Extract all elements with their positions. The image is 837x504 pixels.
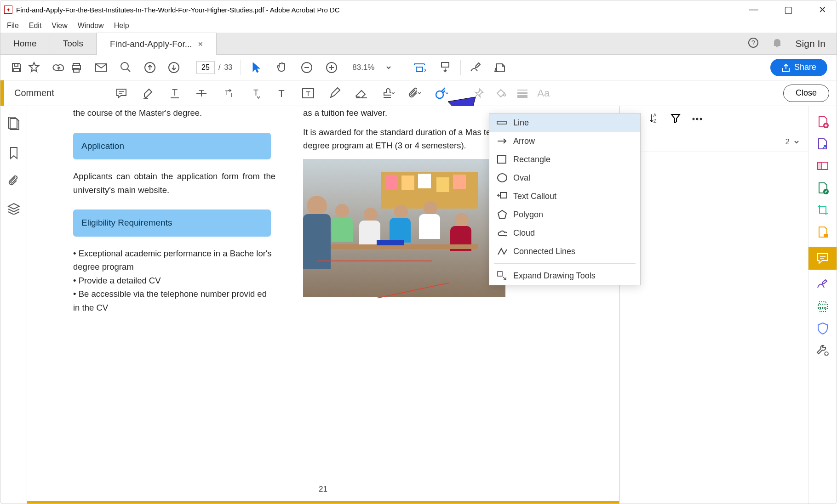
comment-label: Comment <box>0 80 64 106</box>
menu-file[interactable]: File <box>7 22 19 30</box>
underline-icon[interactable]: T <box>168 87 181 100</box>
filter-icon[interactable] <box>671 113 681 125</box>
page-input[interactable] <box>196 61 215 74</box>
svg-rect-22 <box>498 272 502 276</box>
sort-icon[interactable]: AZ <box>650 113 659 125</box>
print-icon[interactable] <box>69 61 83 74</box>
strikeout-icon[interactable]: T <box>195 87 208 100</box>
export-pdf-icon[interactable] <box>815 136 830 151</box>
page-up-icon[interactable] <box>143 61 157 74</box>
add-text-icon[interactable]: T <box>275 87 288 100</box>
dd-rectangle[interactable]: Rectangle <box>489 150 640 169</box>
svg-rect-8 <box>441 62 449 67</box>
close-window-button[interactable]: ✕ <box>812 1 833 18</box>
text-style-icon[interactable]: Aa <box>537 87 550 100</box>
tab-document[interactable]: Find-and-Apply-For... ✕ <box>97 33 216 55</box>
mail-icon[interactable] <box>94 61 108 74</box>
tab-close-icon[interactable]: ✕ <box>198 40 203 48</box>
layers-icon[interactable] <box>7 203 20 216</box>
svg-rect-18 <box>497 121 506 124</box>
more-icon[interactable] <box>692 115 703 123</box>
svg-text:Z: Z <box>654 118 657 124</box>
dd-cloud[interactable]: Cloud <box>489 224 640 242</box>
bookmark-icon[interactable] <box>9 147 19 161</box>
fit-width-icon[interactable] <box>413 61 426 74</box>
zoom-dropdown-icon[interactable] <box>382 61 396 74</box>
svg-point-27 <box>696 118 698 120</box>
crop-icon[interactable] <box>815 203 830 217</box>
attach-icon[interactable] <box>408 87 421 100</box>
edit-icon[interactable] <box>815 181 830 195</box>
menu-view[interactable]: View <box>52 22 67 30</box>
window-title: Find-and-Apply-For-the-Best-Institutes-I… <box>16 6 340 14</box>
tab-doc-label: Find-and-Apply-For... <box>110 39 192 49</box>
dd-callout[interactable]: Text Callout <box>489 187 640 205</box>
shapes-dropdown-icon[interactable] <box>435 87 448 100</box>
svg-text:T: T <box>306 90 310 97</box>
minimize-button[interactable]: — <box>743 1 765 18</box>
print-tool-icon[interactable] <box>815 299 830 314</box>
textbox-icon[interactable]: T <box>302 87 315 100</box>
dd-arrow[interactable]: Arrow <box>489 132 640 150</box>
pencil-icon[interactable] <box>328 87 341 100</box>
share-button[interactable]: Share <box>770 59 827 76</box>
insert-text-icon[interactable]: T <box>248 87 261 100</box>
attachment-icon[interactable] <box>8 175 19 189</box>
page-separator: / <box>218 63 220 72</box>
red-line-annotation[interactable] <box>317 260 432 261</box>
save-icon[interactable] <box>10 61 23 74</box>
line-weight-icon[interactable] <box>516 87 529 100</box>
dd-polygon[interactable]: Polygon <box>489 205 640 224</box>
thumbnails-icon[interactable] <box>8 117 20 133</box>
page-down-icon[interactable] <box>167 61 181 74</box>
menu-help[interactable]: Help <box>114 22 129 30</box>
highlight-icon[interactable] <box>142 87 155 100</box>
bell-icon[interactable] <box>772 37 783 50</box>
svg-rect-19 <box>498 156 506 163</box>
cursor-icon[interactable] <box>249 61 263 74</box>
fill-icon[interactable] <box>495 87 508 100</box>
replace-text-icon[interactable]: TT <box>222 87 235 100</box>
scroll-mode-icon[interactable] <box>438 61 452 74</box>
dd-oval[interactable]: Oval <box>489 169 640 187</box>
create-pdf-icon[interactable] <box>815 114 830 129</box>
hand-icon[interactable] <box>275 61 289 74</box>
dd-expand[interactable]: Expand Drawing Tools <box>489 266 640 285</box>
line-icon <box>497 118 507 128</box>
magnify-icon[interactable] <box>119 61 133 74</box>
dd-line[interactable]: Line <box>489 113 640 132</box>
doc-text: the course of the Master's degree. <box>73 106 275 120</box>
organize-icon[interactable] <box>815 159 830 173</box>
maximize-button[interactable]: ▢ <box>778 1 799 18</box>
doc-bullet: • Be accessible via the telephone number… <box>73 287 275 314</box>
sign-icon[interactable] <box>494 61 508 74</box>
page-footer-bar <box>27 501 619 504</box>
stamp-icon[interactable] <box>382 87 395 100</box>
sign-in-button[interactable]: Sign In <box>796 38 826 49</box>
cloud-upload-icon[interactable] <box>52 61 66 74</box>
more-tools-icon[interactable] <box>815 343 830 358</box>
zoom-value: 83.1% <box>352 63 374 72</box>
comment-tool-active[interactable] <box>808 247 837 270</box>
protect-icon[interactable] <box>815 321 830 336</box>
tab-home[interactable]: Home <box>0 33 50 54</box>
fill-sign-icon[interactable] <box>815 277 830 292</box>
menu-window[interactable]: Window <box>78 22 104 30</box>
eraser-icon[interactable] <box>355 87 368 100</box>
edit-pdf-icon[interactable] <box>469 61 483 74</box>
dd-connected[interactable]: Connected Lines <box>489 242 640 260</box>
star-icon[interactable] <box>27 61 41 74</box>
zoom-out-icon[interactable] <box>300 61 314 74</box>
comments-count-row[interactable]: 2 <box>620 132 808 152</box>
help-icon[interactable]: ? <box>748 37 759 50</box>
sticky-note-icon[interactable] <box>115 87 128 100</box>
close-comment-button[interactable]: Close <box>783 85 829 102</box>
menu-edit[interactable]: Edit <box>29 22 42 30</box>
share-pdf-icon[interactable] <box>815 225 830 239</box>
doc-photo <box>303 159 505 297</box>
tab-tools[interactable]: Tools <box>50 33 97 54</box>
pin-icon[interactable] <box>472 87 485 100</box>
zoom-in-icon[interactable] <box>325 61 338 74</box>
pdf-icon: ✦ <box>4 6 12 14</box>
section-eligibility: Eligibility Requirements <box>73 210 271 236</box>
